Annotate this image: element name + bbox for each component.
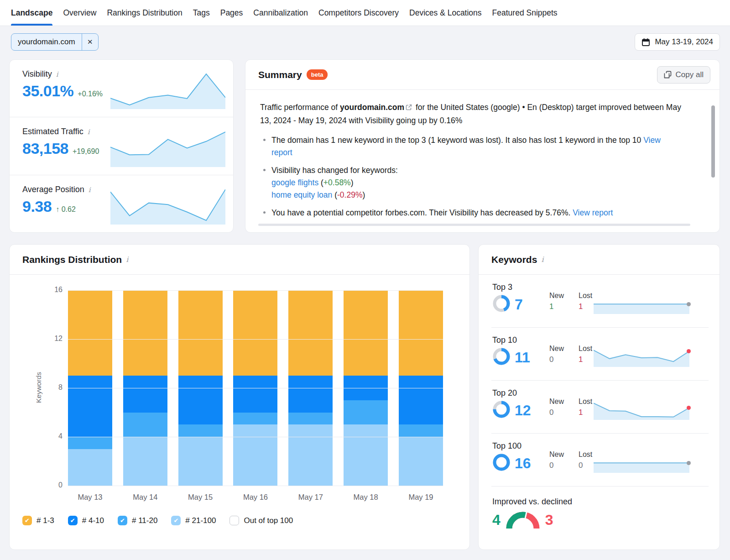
nav-tab-rankings-distribution[interactable]: Rankings Distribution	[107, 0, 182, 26]
nav-tab-tags[interactable]: Tags	[193, 0, 210, 26]
summary-horizontal-scrollbar[interactable]	[258, 224, 690, 226]
summary-text: You have a potential competitor forbes.c…	[271, 208, 573, 217]
keyword-donut	[492, 294, 511, 314]
bar-segment-1-3	[399, 290, 443, 376]
keywords-rows: Top 37New1Lost1Top 1011New0Lost1Top 2012…	[479, 275, 720, 487]
nav-tab-overview[interactable]: Overview	[63, 0, 96, 26]
top-10-sparkline	[594, 349, 689, 367]
metric-label: Average Position	[22, 185, 84, 194]
nav-tab-landscape[interactable]: Landscape	[11, 0, 52, 26]
y-tick: 4	[37, 432, 63, 440]
summary-text: -0.29%	[337, 190, 362, 199]
metric-value: 35.01%	[22, 82, 73, 100]
bar-segment-4-10	[399, 376, 443, 424]
domain-filter-chip[interactable]: yourdomain.com ✕	[11, 33, 99, 51]
nav-tab-pages[interactable]: Pages	[220, 0, 243, 26]
keyword-row-label: Top 100	[492, 441, 720, 451]
estimated-traffic-sparkline	[110, 131, 225, 167]
info-icon[interactable]: i	[88, 128, 90, 136]
improved-declined-label: Improved vs. declined	[492, 497, 720, 507]
new-column-header: New	[549, 450, 572, 459]
bar-segment-11-20	[288, 413, 333, 425]
bar-segment-21-100	[399, 437, 443, 486]
bar-segment-11-20	[123, 413, 167, 437]
remove-domain-icon[interactable]: ✕	[82, 34, 98, 50]
info-icon[interactable]: i	[126, 255, 128, 264]
metric-label: Visibility	[22, 69, 52, 79]
legend-checkbox[interactable]: ✔	[68, 516, 78, 525]
nav-tab-competitors-discovery[interactable]: Competitors Discovery	[318, 0, 399, 26]
new-column: New0	[549, 398, 572, 417]
bar-segment-1-3	[178, 290, 223, 376]
keyword-donut	[492, 347, 511, 367]
date-range-button[interactable]: May 13-19, 2024	[635, 33, 720, 51]
bar-segment-11-20	[178, 424, 223, 437]
top-100-sparkline	[594, 455, 689, 473]
bar-segment-1-3	[233, 290, 277, 376]
summary-title: Summary	[258, 69, 302, 80]
new-column-value: 0	[549, 355, 572, 364]
view-report-link[interactable]: View report	[573, 208, 613, 217]
nav-tab-featured-snippets[interactable]: Featured Snippets	[492, 0, 558, 26]
copy-all-button[interactable]: Copy all	[657, 66, 710, 84]
legend-checkbox[interactable]: ✔	[22, 516, 32, 525]
improved-declined-gauge	[506, 510, 540, 529]
legend-checkbox[interactable]: ✔	[118, 516, 127, 525]
new-column-header: New	[549, 345, 572, 353]
summary-text: +0.58%	[323, 178, 351, 187]
legend-checkbox[interactable]: ✔	[171, 516, 181, 525]
x-label: May 16	[233, 493, 277, 502]
grid-line	[68, 388, 443, 388]
y-tick: 12	[37, 335, 63, 343]
view-report-link[interactable]: google flights	[271, 178, 318, 187]
summary-vertical-scrollbar[interactable]	[711, 105, 715, 178]
top-20-sparkline	[594, 402, 689, 420]
metric-value: 9.38	[22, 198, 52, 215]
bullet-dot	[263, 139, 266, 141]
legend-label: # 21-100	[185, 516, 216, 525]
grid-line	[68, 339, 443, 340]
nav-tab-cannibalization[interactable]: Cannibalization	[253, 0, 308, 26]
external-link-icon[interactable]	[405, 102, 412, 115]
info-icon[interactable]: i	[541, 255, 543, 264]
new-column-header: New	[549, 398, 572, 406]
keywords-title: Keywords	[491, 254, 537, 265]
bullet-dot	[263, 211, 266, 214]
metric-estimated-traffic: Estimated Traffici83,158+19,690	[10, 117, 233, 174]
legend-item-21-100: ✔# 21-100	[171, 516, 216, 525]
summary-text: )	[362, 190, 365, 199]
top20-spark-end-dot	[687, 406, 691, 410]
bar-segment-11-20	[399, 424, 443, 437]
metric-change: ↑ 0.62	[56, 205, 76, 214]
new-column-header: New	[549, 292, 572, 300]
metric-change: +0.16%	[78, 90, 103, 98]
legend-checkbox[interactable]	[229, 516, 239, 525]
keyword-count: 12	[515, 402, 531, 419]
top100-spark-end-dot	[687, 461, 691, 465]
keyword-count: 16	[515, 455, 531, 472]
bar-segment-21-100	[344, 424, 388, 486]
top-navigation: LandscapeOverviewRankings DistributionTa…	[0, 0, 730, 26]
top10-spark-end-dot	[687, 349, 691, 353]
improved-count: 4	[492, 512, 501, 529]
summary-body: Traffic performance of yourdomain.com fo…	[245, 90, 720, 232]
view-report-link[interactable]: home equity loan	[271, 190, 332, 199]
copy-icon	[664, 71, 672, 79]
summary-text: Visibility has changed for keywords:	[271, 166, 398, 175]
top-3-sparkline	[594, 296, 689, 314]
keyword-donut	[492, 453, 511, 473]
legend-item-1-3: ✔# 1-3	[22, 516, 54, 525]
info-icon[interactable]: i	[56, 70, 58, 79]
bar-segment-4-10	[178, 376, 223, 424]
info-icon[interactable]: i	[89, 186, 91, 194]
summary-text: (	[318, 178, 323, 187]
summary-bullets: The domain has 1 new keyword in the top …	[260, 134, 683, 219]
keyword-row-top-10: Top 1011New0Lost1	[479, 328, 720, 381]
nav-tab-devices-locations[interactable]: Devices & Locations	[409, 0, 482, 26]
copy-all-label: Copy all	[676, 70, 704, 79]
bar-segment-11-20	[233, 413, 277, 425]
summary-bullet: Visibility has changed for keywords:goog…	[260, 164, 683, 201]
legend-item-11-20: ✔# 11-20	[118, 516, 157, 525]
metric-visibility: Visibilityi35.01%+0.16%	[10, 60, 233, 117]
summary-text: yourdomain.com	[340, 103, 404, 112]
